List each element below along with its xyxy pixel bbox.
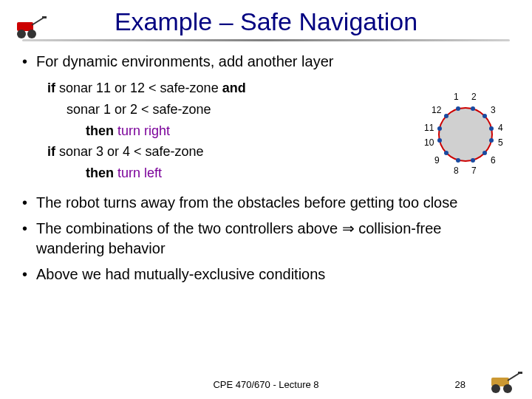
sensor-9: 9 [434,155,440,166]
bullet-marker: • [22,52,27,72]
kw-then: then [86,123,114,138]
svg-point-6 [456,106,460,111]
svg-point-2 [27,30,36,38]
footer: CPE 470/670 - Lecture 8 [0,379,532,390]
svg-point-19 [491,384,500,393]
svg-point-20 [503,384,512,393]
sensor-2: 2 [471,92,477,102]
mower-icon-corner [484,369,525,395]
sensor-11: 11 [424,123,434,133]
page-number: 28 [455,379,466,390]
svg-point-14 [444,151,449,155]
svg-point-16 [437,126,442,131]
svg-point-9 [489,126,494,131]
mower-icon [11,15,48,41]
sensor-3: 3 [491,105,496,115]
bullet-marker: • [22,265,27,284]
title-divider [22,39,510,41]
sensor-4: 4 [498,123,503,133]
sensor-1: 1 [454,92,459,102]
svg-point-7 [471,106,475,111]
svg-point-11 [482,151,487,155]
bullet-marker: • [22,193,27,213]
bullet-marker: • [22,219,27,259]
svg-point-1 [17,30,26,38]
svg-line-21 [508,373,519,381]
svg-point-10 [489,138,494,143]
cond-3: sonar 3 or 4 < safe-zone [55,144,204,159]
svg-point-17 [444,114,449,118]
svg-point-15 [437,138,442,143]
kw-and: and [222,81,246,95]
svg-rect-4 [42,16,47,18]
sonar-diagram: 1 2 3 4 5 6 7 8 9 10 11 12 [421,90,510,179]
action-2: turn left [114,166,162,180]
bullet-2: The robot turns away from the obstacles … [36,193,510,213]
sensor-8: 8 [454,166,459,176]
svg-point-8 [482,114,487,118]
cond-1: sonar 11 or 12 < safe-zone [55,81,222,95]
bullet-4: Above we had mutually-exclusive conditio… [36,265,510,284]
svg-rect-22 [518,372,522,374]
bullet-1: For dynamic environments, add another la… [36,52,510,72]
svg-point-13 [456,158,460,163]
kw-if: if [47,81,55,95]
sensor-6: 6 [491,155,496,166]
bullet-3: The combinations of the two controllers … [36,219,510,259]
slide-title: Example – Safe Navigation [115,7,417,36]
svg-line-3 [32,18,44,25]
sensor-12: 12 [432,105,441,115]
kw-if: if [47,144,55,159]
sensor-10: 10 [424,137,434,148]
sensor-5: 5 [498,137,503,148]
svg-point-12 [471,158,475,163]
sensor-7: 7 [471,166,477,176]
kw-then: then [86,166,114,180]
action-1: turn right [114,123,170,138]
